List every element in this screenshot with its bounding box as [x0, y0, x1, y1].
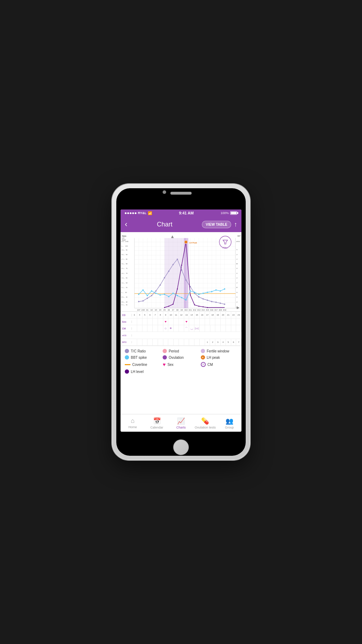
- svg-text:3/6: 3/6: [168, 309, 170, 311]
- coverline-line: [125, 364, 130, 365]
- svg-point-137: [198, 306, 199, 307]
- ovulation-label: Ovulation tests: [195, 426, 216, 429]
- svg-point-112: [155, 290, 157, 292]
- group-icon: 👥: [226, 417, 233, 425]
- bbt-label: BBT spike: [131, 356, 147, 360]
- carrier-label: RY&L: [138, 211, 146, 215]
- svg-text:50: 50: [125, 292, 127, 293]
- view-table-button[interactable]: VIEW TABLE: [202, 221, 231, 228]
- svg-point-149: [177, 295, 178, 297]
- svg-text:.6: .6: [236, 249, 238, 251]
- legend-period: Period: [163, 349, 199, 353]
- svg-point-146: [164, 294, 165, 295]
- svg-text:1—: 1—: [121, 292, 124, 293]
- svg-point-117: [177, 259, 178, 260]
- sex-label: Sex: [121, 321, 132, 323]
- svg-text:LH: LH: [122, 237, 124, 239]
- svg-point-141: [142, 289, 144, 291]
- legend-coverline: Coverline: [125, 362, 161, 367]
- svg-text:60: 60: [126, 282, 128, 284]
- svg-point-133: [181, 265, 182, 266]
- tab-ovulation-tests[interactable]: 💊 Ovulation tests: [193, 417, 217, 429]
- svg-text:45: 45: [126, 296, 128, 298]
- svg-point-160: [224, 288, 225, 290]
- sex-cells: ♥ ♥: [132, 318, 241, 325]
- svg-text:1.2—: 1.2—: [121, 282, 125, 284]
- svg-point-147: [168, 296, 170, 297]
- battery-percent: 100%: [221, 211, 229, 215]
- sex-label: Sex: [168, 363, 174, 367]
- chart-area: Ratio LH level BBT ≥99.8 .6 .4 .2: [121, 232, 241, 414]
- svg-text:.8: .8: [236, 268, 238, 269]
- svg-text:0.7—: 0.7—: [121, 304, 125, 306]
- cd-cells: 3 4 5 6 7 8 9 10 11 12 13 14 15: [132, 312, 241, 318]
- ovulation-label: Ovulation: [169, 356, 183, 360]
- svg-text:.2: .2: [236, 258, 238, 260]
- svg-text:35: 35: [126, 304, 128, 306]
- phone-camera: [163, 190, 166, 194]
- svg-text:85: 85: [126, 258, 128, 260]
- phone-device: RY&L 📶 9:41 AM 100% ‹ Chart VIEW TABLE ↑: [112, 184, 250, 460]
- svg-text:3/12: 3/12: [193, 309, 196, 311]
- back-button[interactable]: ‹: [125, 220, 127, 229]
- tab-home[interactable]: ⌂ Home: [121, 417, 145, 429]
- filter-button[interactable]: Filter: [219, 236, 231, 249]
- svg-point-132: [177, 288, 178, 289]
- wifi-icon: 📶: [148, 211, 152, 215]
- svg-text:99: 99: [236, 263, 238, 265]
- signal-dots: [125, 212, 136, 214]
- cm-label: CM: [121, 327, 132, 330]
- svg-point-150: [181, 297, 182, 298]
- svg-text:3/8: 3/8: [176, 309, 179, 311]
- ncg-row: nCG + + − −: [121, 332, 241, 339]
- page-title: Chart: [157, 221, 173, 228]
- status-bar: RY&L 📶 9:41 AM 100%: [121, 209, 241, 217]
- svg-point-155: [203, 293, 204, 294]
- tab-calendar[interactable]: 📅 Calendar: [145, 417, 169, 429]
- svg-point-148: [173, 293, 174, 294]
- legend-area: T/C Ratio Period Fertile window: [121, 346, 241, 376]
- lh-peak-icon: +: [201, 355, 205, 360]
- svg-point-122: [198, 296, 200, 298]
- svg-point-143: [151, 290, 152, 292]
- ncg-label: nCG: [121, 334, 132, 337]
- cm-icon: ⊙: [201, 362, 206, 367]
- charts-label: Charts: [176, 426, 186, 429]
- phone-speaker: [170, 192, 192, 195]
- period-label: Period: [169, 349, 179, 353]
- svg-point-151: [185, 299, 187, 301]
- svg-text:BBT: BBT: [238, 235, 241, 237]
- tc-ratio-dot: [125, 349, 129, 353]
- svg-text:.6: .6: [236, 272, 238, 274]
- cm-label: CM: [208, 363, 213, 367]
- tab-charts[interactable]: 📈 Charts: [169, 417, 193, 429]
- ovulation-icon: 💊: [201, 417, 209, 425]
- svg-text:3/7: 3/7: [172, 309, 174, 311]
- svg-point-144: [155, 293, 157, 294]
- home-icon: ⌂: [131, 417, 135, 425]
- svg-text:3/9: 3/9: [181, 309, 183, 311]
- svg-text:3/14: 3/14: [202, 309, 205, 311]
- svg-text:Filter: Filter: [223, 247, 228, 249]
- svg-point-110: [147, 298, 148, 299]
- home-button[interactable]: [173, 439, 189, 455]
- svg-text:97: 97: [236, 287, 238, 288]
- svg-text:0.8—: 0.8—: [121, 301, 125, 303]
- tab-group[interactable]: 👥 Group: [217, 417, 241, 429]
- share-button[interactable]: ↑: [234, 221, 237, 228]
- legend-grid: T/C Ratio Period Fertile window: [125, 349, 237, 374]
- tab-bar: ⌂ Home 📅 Calendar 📈 Charts 💊 Ovulation t…: [121, 414, 241, 432]
- svg-point-159: [220, 290, 221, 292]
- svg-point-118: [181, 270, 182, 271]
- svg-point-125: [211, 301, 212, 302]
- legend-bbt-spike: BBT spike: [125, 355, 161, 360]
- svg-point-119: [185, 280, 187, 281]
- svg-text:3/19: 3/19: [223, 309, 226, 311]
- svg-text:1.7—: 1.7—: [121, 258, 125, 260]
- header: ‹ Chart VIEW TABLE ↑: [121, 217, 241, 232]
- calendar-label: Calendar: [150, 426, 163, 429]
- svg-text:2/27: 2/27: [137, 309, 140, 311]
- tc-ratio-label: T/C Ratio: [131, 349, 146, 353]
- status-right: 100%: [221, 211, 237, 215]
- svg-text:3/11: 3/11: [189, 309, 192, 311]
